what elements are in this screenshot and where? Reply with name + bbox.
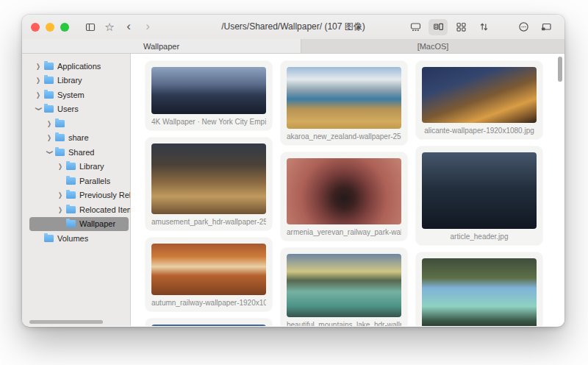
folder-icon — [66, 163, 76, 170]
tab-macos[interactable]: [MacOS] — [301, 39, 564, 53]
image-card[interactable]: article_header.jpg — [416, 146, 542, 245]
sidebar-item-users[interactable]: ❯Users — [29, 102, 130, 117]
grid-column: akaroa_new_zealand-wallpaper-2560x14...a… — [281, 61, 407, 326]
image-thumbnail[interactable] — [151, 143, 266, 214]
sidebar-item-label: Applications — [57, 62, 101, 71]
image-caption: armenia_yerevan_railway_park-wallpape... — [287, 224, 401, 241]
sidebar-item-volumes[interactable]: ❯Volumes — [29, 231, 130, 246]
chevron-right-icon[interactable]: ❯ — [34, 63, 43, 70]
image-caption: amusement_park_hdr-wallpaper-2560x1... — [151, 214, 266, 230]
sidebar-horizontal-scrollbar[interactable] — [29, 320, 103, 324]
more-options-button[interactable] — [514, 19, 533, 35]
image-card[interactable]: alicante-wallpaper-1920x1080.jpg — [416, 61, 542, 139]
sidebar-item-label: Users — [57, 104, 79, 113]
chevron-right-icon[interactable]: ❯ — [45, 120, 54, 127]
pip-window-button[interactable] — [537, 19, 556, 35]
sidebar-item-wallpaper[interactable]: ❯Wallpaper — [29, 217, 129, 232]
image-caption: akaroa_new_zealand-wallpaper-2560x14... — [287, 129, 401, 145]
tab-wallpaper[interactable]: Wallpaper — [22, 39, 301, 53]
grid-view-icon — [455, 21, 467, 33]
chevron-down-icon[interactable]: ❯ — [35, 104, 42, 113]
app-window: ☆ ‹ › /Users/Shared/Wallpaper/ (107 图像) — [22, 15, 564, 327]
chevron-right-icon[interactable]: ❯ — [56, 163, 65, 170]
sidebar-item-label: Relocated Items — [79, 205, 130, 214]
sidebar-item-library[interactable]: ❯Library — [29, 160, 130, 174]
sidebar: ❯Applications❯Library❯System❯Users❯❯shar… — [22, 54, 131, 326]
grid-view-button[interactable] — [451, 19, 470, 35]
sidebar-item-library[interactable]: ❯Library — [29, 74, 130, 88]
image-thumbnail[interactable] — [151, 67, 266, 114]
tab-bar: Wallpaper [MacOS] — [22, 39, 564, 54]
folder-icon — [55, 134, 65, 141]
sidebar-item-shared[interactable]: ❯Shared — [29, 145, 130, 160]
chevron-right-icon: › — [146, 20, 150, 32]
sidebar-item-label: Volumes — [57, 234, 88, 243]
image-thumbnail[interactable] — [287, 158, 401, 224]
content-vertical-scrollbar[interactable] — [558, 57, 562, 82]
sidebar-item-parallels[interactable]: ❯Parallels — [29, 174, 130, 188]
card-view-icon — [432, 21, 445, 33]
sidebar-panel-icon — [85, 21, 96, 33]
sidebar-item-label: System — [57, 91, 85, 99]
image-card[interactable] — [146, 319, 272, 326]
image-card[interactable]: autumn_railway-wallpaper-1920x1080.jpg — [146, 238, 272, 311]
sidebar-item-previously-relocate[interactable]: ❯Previously Relocate — [29, 188, 130, 203]
title-bar: ☆ ‹ › /Users/Shared/Wallpaper/ (107 图像) — [22, 15, 564, 39]
image-card[interactable]: beautiful_mountains_lake_hdr-wallpaper..… — [281, 248, 407, 326]
folder-icon — [66, 220, 76, 227]
image-card[interactable]: amusement_park_hdr-wallpaper-2560x1... — [146, 138, 272, 230]
sidebar-toggle-button[interactable] — [81, 19, 100, 35]
image-card[interactable]: armenia_yerevan_railway_park-wallpape... — [281, 152, 407, 241]
grid-column: 4K Wallpaper · New York City Empire Stat… — [146, 61, 272, 326]
sidebar-item-label: Wallpaper — [79, 219, 115, 228]
chevron-right-icon[interactable]: ❯ — [45, 134, 54, 141]
chevron-down-icon[interactable]: ❯ — [46, 148, 53, 157]
image-card[interactable]: beautiful_waterfall-wallpaper-2560x144..… — [416, 252, 542, 326]
image-caption: autumn_railway-wallpaper-1920x1080.jpg — [151, 295, 266, 311]
sidebar-item-label: Parallels — [79, 177, 110, 185]
image-grid: 4K Wallpaper · New York City Empire Stat… — [146, 61, 554, 326]
image-card[interactable]: akaroa_new_zealand-wallpaper-2560x14... — [281, 61, 407, 145]
favorites-button[interactable]: ☆ — [100, 19, 119, 35]
folder-icon — [44, 105, 54, 113]
slideshow-button[interactable] — [406, 19, 425, 35]
slideshow-icon — [409, 21, 422, 33]
sidebar-tree: ❯Applications❯Library❯System❯Users❯❯shar… — [29, 59, 130, 246]
chevron-right-icon[interactable]: ❯ — [34, 91, 43, 99]
folder-icon — [44, 91, 54, 99]
image-thumbnail[interactable] — [422, 67, 537, 123]
sidebar-item-share[interactable]: ❯share — [29, 131, 130, 146]
image-thumbnail[interactable] — [151, 244, 266, 295]
chevron-right-icon[interactable]: ❯ — [56, 191, 65, 199]
sidebar-item-folder[interactable]: ❯ — [29, 116, 130, 131]
folder-icon — [44, 77, 54, 84]
image-caption: alicante-wallpaper-1920x1080.jpg — [422, 123, 537, 139]
image-thumbnail[interactable] — [422, 258, 537, 326]
zoom-button[interactable] — [60, 23, 69, 32]
image-thumbnail[interactable] — [287, 254, 401, 317]
image-caption: article_header.jpg — [422, 229, 537, 245]
sidebar-item-system[interactable]: ❯System — [29, 88, 130, 102]
sidebar-item-applications[interactable]: ❯Applications — [29, 59, 130, 74]
image-thumbnail[interactable] — [287, 67, 401, 129]
chevron-right-icon[interactable]: ❯ — [34, 77, 43, 84]
image-thumbnail[interactable] — [422, 152, 537, 229]
star-icon: ☆ — [104, 21, 114, 32]
content-area: 4K Wallpaper · New York City Empire Stat… — [131, 54, 564, 326]
folder-icon — [66, 177, 76, 185]
grid-column: alicante-wallpaper-1920x1080.jpgarticle_… — [416, 61, 542, 326]
back-button[interactable]: ‹ — [119, 19, 138, 35]
sort-button[interactable] — [474, 19, 493, 35]
close-button[interactable] — [31, 23, 40, 32]
card-view-button[interactable] — [429, 19, 448, 35]
folder-icon — [44, 63, 54, 70]
minimize-button[interactable] — [46, 23, 54, 32]
image-card[interactable]: 4K Wallpaper · New York City Empire Stat… — [146, 61, 272, 130]
folder-icon — [66, 206, 76, 213]
chevron-right-icon[interactable]: ❯ — [56, 206, 65, 213]
forward-button[interactable]: › — [138, 19, 157, 35]
image-thumbnail[interactable] — [151, 325, 266, 326]
sidebar-item-label: share — [68, 133, 89, 142]
chevron-left-icon: ‹ — [126, 20, 131, 32]
sidebar-item-relocated-items[interactable]: ❯Relocated Items — [29, 202, 130, 217]
